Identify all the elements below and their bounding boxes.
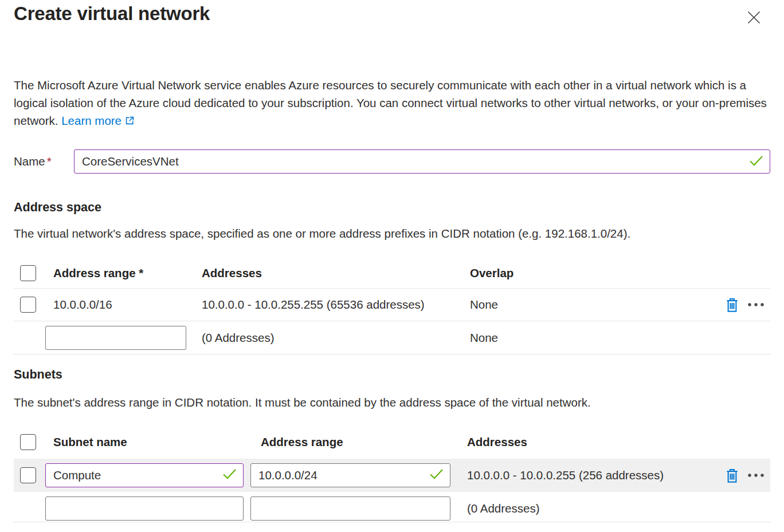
trash-icon	[725, 306, 739, 314]
column-header-address-range: Address range *	[53, 266, 202, 280]
subnets-table-header: Subnet name Address range Addresses	[14, 425, 770, 459]
new-row-addresses: (0 Addresses)	[202, 331, 470, 345]
address-range-value: 10.0.0.0/16	[53, 298, 202, 312]
name-input[interactable]	[74, 149, 770, 174]
subnet-context-menu-button[interactable]	[747, 473, 765, 478]
address-space-description: The virtual network's address space, spe…	[14, 227, 770, 241]
new-subnet-name-input[interactable]	[45, 496, 244, 521]
address-space-new-row: (0 Addresses) None	[14, 321, 770, 354]
subnet-select-all-checkbox[interactable]	[20, 434, 36, 450]
column-header-subnet-addresses: Addresses	[467, 435, 721, 449]
close-icon	[746, 19, 762, 27]
trash-icon	[725, 476, 739, 485]
subnet-address-range-input[interactable]	[250, 463, 450, 487]
delete-row-button[interactable]	[725, 297, 739, 313]
column-header-subnet-name: Subnet name	[53, 435, 261, 449]
address-space-heading: Address space	[14, 200, 770, 215]
column-header-addresses: Addresses	[202, 266, 470, 280]
column-header-overlap: Overlap	[470, 266, 721, 280]
ellipsis-icon	[747, 300, 765, 309]
subnet-name-input[interactable]	[45, 463, 244, 487]
address-space-row: 10.0.0.0/16 10.0.0.0 - 10.0.255.255 (655…	[14, 289, 770, 321]
overlap-value: None	[470, 298, 721, 312]
close-button[interactable]	[744, 8, 763, 27]
subnets-heading: Subnets	[14, 368, 770, 382]
subnet-new-row: (0 Addresses)	[14, 495, 770, 522]
learn-more-link[interactable]: Learn more	[61, 114, 121, 127]
select-all-checkbox[interactable]	[20, 265, 36, 281]
new-subnet-address-range-input[interactable]	[250, 496, 450, 521]
delete-subnet-button[interactable]	[725, 468, 739, 483]
dialog-header: Create virtual network	[14, 0, 770, 27]
column-header-subnet-address-range: Address range	[261, 435, 467, 449]
address-space-table-header: Address range * Addresses Overlap	[14, 258, 770, 289]
row-context-menu-button[interactable]	[747, 302, 765, 307]
new-address-range-input[interactable]	[45, 326, 186, 350]
row-checkbox[interactable]	[20, 297, 36, 313]
required-asterisk: *	[47, 155, 52, 168]
external-link-icon	[124, 115, 135, 128]
addresses-value: 10.0.0.0 - 10.0.255.255 (65536 addresses…	[202, 298, 470, 312]
subnet-row: 10.0.0.0 - 10.0.0.255 (256 addresses)	[14, 459, 770, 492]
subnets-description: The subnet's address range in CIDR notat…	[14, 396, 770, 409]
name-label: Name*	[14, 155, 74, 168]
ellipsis-icon	[747, 471, 765, 479]
new-subnet-addresses: (0 Addresses)	[467, 502, 721, 515]
new-row-overlap: None	[470, 331, 721, 345]
page-title: Create virtual network	[14, 3, 210, 25]
subnet-addresses-value: 10.0.0.0 - 10.0.0.255 (256 addresses)	[467, 468, 721, 482]
subnet-row-checkbox[interactable]	[20, 467, 36, 483]
intro-paragraph: The Microsoft Azure Virtual Network serv…	[14, 76, 770, 131]
name-field-row: Name*	[14, 149, 770, 174]
